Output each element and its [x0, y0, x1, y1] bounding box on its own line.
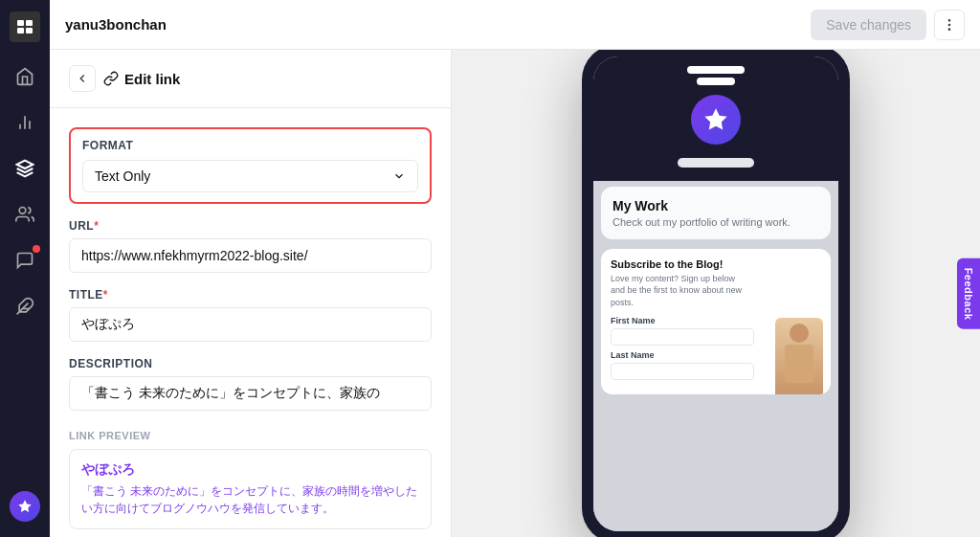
subscribe-card: Subscribe to the Blog! Love my content? …	[601, 249, 831, 395]
sidebar-item-home[interactable]	[6, 57, 44, 96]
sidebar-nav	[0, 0, 50, 537]
edit-link-title: Edit link	[103, 71, 180, 87]
phone-profile-name-bar	[678, 158, 754, 168]
edit-link-header: Edit link	[50, 50, 451, 108]
my-work-card: My Work Check out my portfolio of writin…	[601, 187, 831, 239]
url-input[interactable]	[69, 238, 432, 273]
subscribe-title: Subscribe to the Blog!	[611, 258, 821, 270]
format-label: Format	[82, 139, 418, 152]
logo-icon	[15, 17, 34, 36]
nav-avatar[interactable]	[6, 487, 44, 526]
chevron-down-icon	[392, 169, 406, 183]
my-work-title: My Work	[612, 198, 819, 213]
url-label: URL*	[69, 219, 432, 233]
phone-content: My Work Check out my portfolio of writin…	[593, 181, 838, 531]
phone-top-bar	[593, 56, 838, 181]
main-content: yanu3bonchan Save changes	[50, 0, 980, 537]
svg-rect-1	[26, 20, 33, 26]
sidebar-item-analytics[interactable]	[6, 103, 44, 142]
link-preview-label: LINK PREVIEW	[69, 430, 432, 441]
edit-panel: Edit link Format Text Only	[50, 50, 452, 537]
sidebar-item-audience[interactable]	[6, 195, 44, 234]
last-name-input-preview	[611, 363, 754, 380]
svg-marker-15	[704, 108, 726, 129]
svg-point-8	[19, 208, 26, 214]
phone-mockup: My Work Check out my portfolio of writin…	[582, 50, 850, 537]
phone-screen: My Work Check out my portfolio of writin…	[593, 56, 838, 531]
layers-icon	[15, 159, 34, 178]
format-group: Format Text Only	[69, 127, 432, 204]
star-icon	[17, 499, 33, 514]
header-actions: Save changes	[811, 10, 965, 40]
description-form-group: Description	[69, 357, 432, 411]
link-icon	[103, 71, 119, 86]
form-section: Format Text Only URL*	[50, 108, 451, 430]
preview-title: やぼぷろ	[81, 461, 419, 479]
person-image	[775, 318, 823, 394]
preview-description: 「書こう 未来のために」をコンセプトに、家族の時間を増やしたい方に向けてブログノ…	[81, 482, 419, 517]
link-preview-section: LINK PREVIEW やぼぷろ 「書こう 未来のために」をコンセプトに、家族…	[50, 430, 451, 537]
phone-bar-2	[697, 78, 735, 85]
feedback-tab[interactable]: Feedback	[957, 257, 980, 329]
format-select[interactable]: Text Only	[82, 160, 418, 192]
person-head	[790, 324, 809, 343]
users-icon	[15, 205, 34, 224]
message-icon	[15, 251, 34, 270]
svg-rect-2	[17, 28, 24, 34]
subscribe-text: Love my content? Sign up below and be th…	[611, 273, 745, 309]
content-body: Edit link Format Text Only	[50, 50, 980, 537]
more-icon	[942, 17, 957, 33]
sidebar-item-plugins[interactable]	[6, 287, 44, 325]
svg-rect-0	[17, 20, 24, 26]
phone-avatar	[691, 95, 741, 145]
back-button[interactable]	[69, 65, 96, 92]
svg-marker-7	[17, 161, 33, 168]
phone-bar-1	[687, 66, 745, 74]
my-work-subtitle: Check out my portfolio of writing work.	[612, 216, 819, 228]
home-icon	[15, 67, 34, 86]
more-options-button[interactable]	[934, 10, 965, 40]
title-input[interactable]	[69, 307, 432, 342]
puzzle-icon	[15, 297, 34, 316]
message-badge	[33, 245, 40, 253]
sidebar-item-messages[interactable]	[6, 241, 44, 280]
header-username: yanu3bonchan	[65, 16, 811, 33]
avatar[interactable]	[10, 491, 40, 522]
url-form-group: URL*	[69, 219, 432, 273]
svg-marker-11	[18, 500, 31, 512]
bar-chart-icon	[15, 113, 34, 132]
first-name-input-preview	[611, 328, 754, 346]
title-form-group: Title*	[69, 288, 432, 342]
svg-point-14	[948, 29, 949, 30]
svg-rect-3	[26, 28, 33, 34]
phone-star-icon	[702, 106, 729, 133]
sidebar-item-links[interactable]	[6, 149, 44, 188]
edit-link-label: Edit link	[124, 71, 180, 87]
preview-area: My Work Check out my portfolio of writin…	[452, 50, 980, 537]
link-preview-card: やぼぷろ 「書こう 未来のために」をコンセプトに、家族の時間を増やしたい方に向け…	[69, 449, 432, 529]
description-input[interactable]	[69, 376, 432, 411]
top-header: yanu3bonchan Save changes	[50, 0, 980, 50]
format-selected-value: Text Only	[95, 168, 150, 184]
description-label: Description	[69, 357, 432, 370]
title-label: Title*	[69, 288, 432, 302]
person-body	[785, 345, 813, 383]
nav-logo[interactable]	[10, 11, 40, 42]
save-button[interactable]: Save changes	[811, 10, 926, 40]
svg-point-13	[948, 24, 949, 25]
svg-point-12	[948, 19, 949, 20]
back-arrow-icon	[76, 72, 89, 85]
